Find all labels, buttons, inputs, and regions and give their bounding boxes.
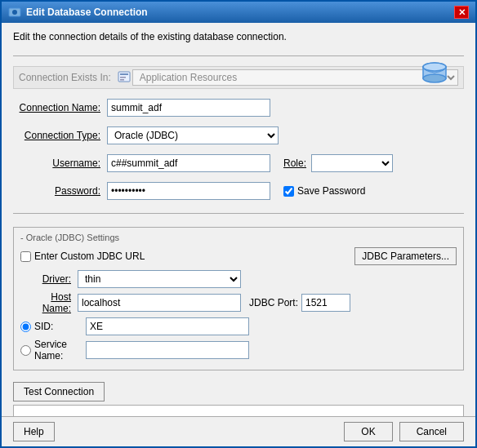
content-area: Edit the connection details of the exist…	[2, 23, 475, 416]
password-label: Password:	[13, 185, 107, 197]
service-name-label: Service Name:	[34, 339, 86, 362]
connection-type-row: Connection Type: Oracle (JDBC) MySQL Pos…	[13, 126, 464, 144]
service-name-radio-group: Service Name:	[20, 339, 86, 362]
service-name-row: Service Name:	[20, 339, 457, 362]
main-window: Edit Database Connection ✕ Edit the conn…	[0, 0, 477, 448]
svg-rect-7	[120, 73, 128, 75]
service-name-input[interactable]	[86, 341, 249, 359]
sid-radio[interactable]	[20, 322, 31, 332]
save-password-group: Save Password	[283, 185, 365, 197]
hostname-row: Host Name: JDBC Port:	[20, 291, 457, 314]
hostname-label: Host Name:	[20, 291, 78, 314]
ok-button[interactable]: OK	[344, 422, 392, 441]
save-password-checkbox[interactable]	[283, 186, 294, 197]
connection-name-row: Connection Name:	[13, 99, 464, 117]
connection-name-input[interactable]	[107, 99, 270, 117]
help-button[interactable]: Help	[13, 422, 55, 441]
password-input[interactable]	[107, 182, 270, 200]
database-icon	[418, 59, 451, 94]
title-bar-left: Edit Database Connection	[8, 6, 148, 19]
role-group: Role:	[283, 154, 393, 172]
connection-exists-row: Connection Exists In: Application Resour…	[13, 66, 464, 89]
connection-exists-select[interactable]: Application Resources	[132, 69, 458, 86]
save-password-label: Save Password	[297, 185, 365, 197]
status-box	[13, 405, 464, 416]
bottom-right-buttons: OK Cancel	[344, 422, 464, 441]
oracle-settings-section: - Oracle (JDBC) Settings Enter Custom JD…	[13, 227, 464, 370]
bottom-bar: Help OK Cancel	[2, 416, 475, 446]
sid-radio-group: SID:	[20, 321, 86, 332]
jdbc-port-group: JDBC Port:	[249, 294, 350, 312]
sid-input[interactable]	[86, 317, 249, 335]
jdbc-port-input[interactable]	[301, 294, 350, 312]
close-button[interactable]: ✕	[454, 6, 469, 19]
custom-jdbc-row: Enter Custom JDBC URL JDBC Parameters...	[20, 247, 457, 265]
title-bar: Edit Database Connection ✕	[2, 2, 475, 23]
oracle-section-title: - Oracle (JDBC) Settings	[20, 233, 457, 242]
app-resources-icon	[118, 70, 131, 85]
jdbc-port-label: JDBC Port:	[249, 297, 298, 308]
mid-divider	[13, 213, 464, 214]
svg-point-5	[423, 63, 446, 71]
connection-name-label: Connection Name:	[13, 102, 107, 113]
username-input[interactable]	[107, 154, 270, 172]
custom-jdbc-left: Enter Custom JDBC URL	[20, 251, 145, 262]
role-select[interactable]	[311, 154, 393, 172]
password-row: Password: Save Password	[13, 182, 464, 200]
test-connection-button[interactable]: Test Connection	[13, 382, 105, 401]
jdbc-parameters-button[interactable]: JDBC Parameters...	[354, 247, 457, 265]
cancel-button[interactable]: Cancel	[399, 422, 464, 441]
driver-label: Driver:	[20, 273, 78, 285]
sid-row: SID:	[20, 317, 457, 335]
username-row: Username: Role:	[13, 154, 464, 172]
window-title: Edit Database Connection	[26, 7, 148, 18]
connection-type-label: Connection Type:	[13, 130, 107, 141]
hostname-input[interactable]	[78, 294, 241, 312]
svg-point-4	[423, 74, 446, 82]
custom-jdbc-label: Enter Custom JDBC URL	[34, 251, 145, 262]
custom-jdbc-checkbox[interactable]	[20, 251, 31, 262]
sid-label: SID:	[34, 321, 53, 332]
svg-rect-8	[120, 77, 126, 78]
description-text: Edit the connection details of the exist…	[13, 31, 464, 42]
driver-select[interactable]: thin oci	[78, 270, 241, 288]
window-icon	[8, 6, 21, 19]
svg-rect-9	[120, 79, 124, 81]
svg-point-1	[12, 10, 17, 15]
connection-exists-label: Connection Exists In:	[19, 72, 111, 83]
test-connection-area: Test Connection	[13, 382, 464, 416]
service-name-radio[interactable]	[20, 345, 31, 356]
connection-type-select[interactable]: Oracle (JDBC) MySQL PostgreSQL	[107, 126, 279, 144]
driver-row: Driver: thin oci	[20, 270, 457, 288]
top-divider	[13, 55, 464, 56]
description-area: Edit the connection details of the exist…	[13, 31, 464, 46]
username-label: Username:	[13, 157, 107, 169]
role-label: Role:	[283, 157, 306, 169]
